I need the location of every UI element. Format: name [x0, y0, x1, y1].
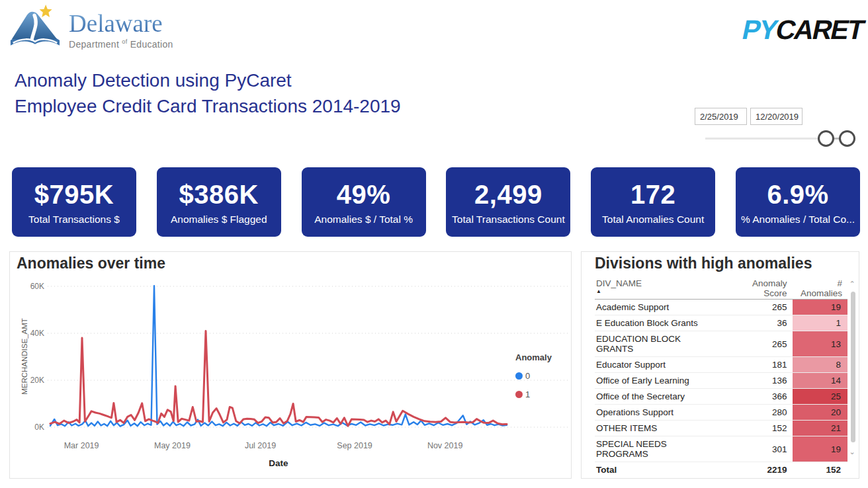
x-tick-label: May 2019 [154, 441, 191, 450]
date-range-slider-handle-start[interactable] [818, 130, 834, 147]
table-row[interactable]: E Education Block Grants361 [595, 315, 847, 331]
date-range-slider-handle-end[interactable] [839, 130, 855, 147]
total-anomalies: 152 [793, 462, 847, 478]
kpi-label: Anomalies $ / Total % [302, 214, 426, 225]
total-score: 2219 [726, 462, 793, 478]
cell-anomaly-score: 265 [726, 300, 793, 315]
table-row[interactable]: Academic Support26519 [595, 300, 847, 315]
legend-title: Anomaly [515, 352, 568, 362]
date-range-start-input[interactable] [695, 108, 747, 125]
kpi-card-2[interactable]: 49%Anomalies $ / Total % [302, 167, 426, 237]
column-header-anomaly-score[interactable]: Anomaly Score [726, 277, 793, 300]
doe-logo-title: Delaware [69, 11, 173, 37]
cell-div-name: Operations Support [595, 405, 726, 421]
table-scrollbar-thumb[interactable] [851, 292, 855, 442]
cell-div-name: Office of Early Learning [595, 373, 726, 389]
legend-dot-icon [515, 372, 523, 380]
cell-num-anomalies: 1 [793, 315, 847, 331]
y-tick-label: 60K [30, 282, 44, 291]
legend-dot-icon [515, 391, 523, 398]
doe-logo-subtitle: Department of Education [69, 38, 173, 50]
delaware-doe-logo: Delaware Department of Education [7, 4, 205, 60]
table-total-row: Total 2219 152 [595, 462, 847, 478]
table-row[interactable]: Office of Early Learning13614 [595, 373, 847, 389]
cell-anomaly-score: 36 [726, 315, 793, 331]
table-row[interactable]: Office of the Secretary36625 [595, 389, 847, 405]
kpi-card-4[interactable]: 172Total Anomalies Count [591, 167, 715, 237]
cell-anomaly-score: 366 [726, 389, 793, 405]
chart-legend: Anomaly 01 [515, 352, 568, 399]
cell-div-name: Academic Support [595, 300, 726, 315]
scroll-up-icon[interactable]: ⌃ [849, 280, 855, 288]
cell-num-anomalies: 21 [793, 421, 847, 436]
date-range-end-input[interactable] [750, 108, 803, 125]
kpi-card-0[interactable]: $795KTotal Transactions $ [12, 167, 136, 237]
cell-anomaly-score: 181 [726, 357, 793, 373]
legend-item-0[interactable]: 0 [515, 371, 568, 381]
anomaly-line-1 [50, 331, 507, 427]
divisions-table: DIV_NAME▲ Anomaly Score # Anomalies Acad… [595, 277, 847, 477]
kpi-row: $795KTotal Transactions $$386KAnomalies … [12, 167, 860, 237]
cell-num-anomalies: 20 [793, 405, 847, 421]
x-tick-label: Nov 2019 [427, 441, 463, 450]
column-header-div-name[interactable]: DIV_NAME▲ [595, 277, 726, 300]
delaware-doe-logo-icon [7, 4, 64, 54]
x-axis-title: Date [269, 458, 288, 468]
cell-num-anomalies: 19 [793, 300, 847, 315]
table-row[interactable]: OTHER ITEMS15221 [595, 421, 847, 436]
page-title-line1: Anomaly Detection using PyCaret [15, 67, 401, 93]
scroll-down-icon[interactable]: ⌄ [849, 448, 855, 456]
y-tick-label: 40K [30, 329, 44, 338]
star-icon [40, 5, 52, 17]
cell-div-name: SPECIAL NEEDS PROGRAMS [595, 436, 726, 462]
x-tick-label: Mar 2019 [64, 441, 99, 450]
pycaret-logo-caret: CARET [773, 15, 867, 45]
kpi-label: % Anomalies / Total Co... [736, 214, 860, 225]
kpi-card-3[interactable]: 2,499Total Transactions Count [446, 167, 570, 237]
cell-num-anomalies: 13 [793, 331, 847, 357]
kpi-label: Total Transactions $ [12, 214, 136, 225]
kpi-label: Total Anomalies Count [591, 214, 715, 225]
cell-anomaly-score: 280 [726, 405, 793, 421]
cell-num-anomalies: 14 [793, 373, 847, 389]
anomaly-line-0 [50, 286, 507, 426]
kpi-value: 49% [302, 179, 426, 210]
cell-anomaly-score: 152 [726, 421, 793, 436]
y-tick-label: 20K [30, 376, 44, 385]
cell-anomaly-score: 265 [726, 331, 793, 357]
cell-anomaly-score: 136 [726, 373, 793, 389]
y-tick-label: 0K [34, 423, 44, 432]
cell-div-name: Educator Support [595, 357, 726, 373]
sort-ascending-icon: ▲ [596, 288, 720, 294]
table-header-row: DIV_NAME▲ Anomaly Score # Anomalies [595, 277, 847, 300]
page-title: Anomaly Detection using PyCaret Employee… [15, 67, 401, 119]
table-row[interactable]: Operations Support28020 [595, 405, 847, 421]
kpi-card-1[interactable]: $386KAnomalies $ Flagged [157, 167, 281, 237]
table-row[interactable]: SPECIAL NEEDS PROGRAMS30119 [595, 436, 847, 462]
table-row[interactable]: Educator Support1818 [595, 357, 847, 373]
anomalies-over-time-chart: Anomalies over time 0K20K40K60KMar 2019M… [9, 251, 572, 479]
table-title: Divisions with high anomalies [595, 255, 812, 272]
page-title-line2: Employee Credit Card Transactions 2014-2… [15, 93, 401, 119]
kpi-label: Total Transactions Count [446, 214, 570, 225]
kpi-value: 172 [591, 179, 715, 210]
cell-div-name: OTHER ITEMS [595, 421, 726, 436]
kpi-card-5[interactable]: 6.9%% Anomalies / Total Co... [736, 167, 860, 237]
kpi-value: $795K [12, 179, 136, 210]
line-chart-canvas: 0K20K40K60KMar 2019May 2019Jul 2019Sep 2… [10, 252, 572, 479]
cell-div-name: EDUCATION BLOCK GRANTS [595, 331, 726, 357]
column-header-num-anomalies[interactable]: # Anomalies [793, 277, 847, 300]
divisions-table-panel: Divisions with high anomalies DIV_NAME▲ … [581, 251, 859, 479]
pycaret-logo: PYCARET [705, 15, 866, 49]
kpi-value: 6.9% [736, 179, 860, 210]
kpi-label: Anomalies $ Flagged [157, 214, 281, 225]
cell-num-anomalies: 8 [793, 357, 847, 373]
cell-div-name: E Education Block Grants [595, 315, 726, 331]
legend-label: 1 [525, 389, 530, 399]
legend-item-1[interactable]: 1 [515, 389, 568, 399]
table-row[interactable]: EDUCATION BLOCK GRANTS26513 [595, 331, 847, 357]
total-label: Total [595, 462, 726, 478]
cell-div-name: Office of the Secretary [595, 389, 726, 405]
cell-num-anomalies: 19 [793, 436, 847, 462]
kpi-value: $386K [157, 179, 281, 210]
